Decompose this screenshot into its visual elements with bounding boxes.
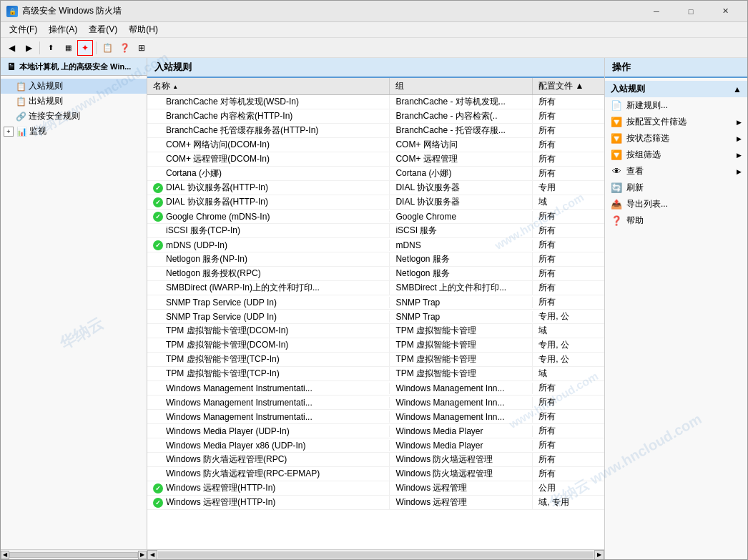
- center-panel: 入站规则 名称 ▲ 组 配置文件 ▲ BranchCache 对等机发现(WSD…: [147, 58, 604, 559]
- action-label-refresh: 刷新: [626, 182, 644, 194]
- action-icon-export: 📤: [611, 199, 622, 210]
- table-row[interactable]: COM+ 网络访问(DCOM-In)COM+ 网络访问所有: [147, 138, 604, 152]
- minimize-button[interactable]: ─: [640, 1, 673, 22]
- cell-rule-profile: 所有: [533, 138, 604, 152]
- action-item-filter-by-group[interactable]: 🔽按组筛选 ▶: [605, 147, 747, 163]
- menu-help[interactable]: 帮助(H): [123, 22, 164, 37]
- help-toolbar-button[interactable]: ❓: [117, 40, 132, 56]
- sidebar: 🖥 本地计算机 上的高级安全 Win... 📋 入站规则 📋 出站规则 🔗: [1, 58, 147, 559]
- rule-name-text: BranchCache 对等机发现(WSD-In): [166, 96, 299, 108]
- table-row[interactable]: ✓DIAL 协议服务器(HTTP-In)DIAL 协议服务器域: [147, 195, 604, 210]
- col-header-profile[interactable]: 配置文件 ▲: [533, 78, 604, 94]
- menu-file[interactable]: 文件(F): [4, 22, 43, 37]
- action-item-view[interactable]: 👁查看 ▶: [605, 163, 747, 180]
- panel-header: 入站规则: [147, 58, 604, 78]
- rule-name-text: iSCSI 服务(TCP-In): [166, 225, 240, 237]
- table-row[interactable]: SNMP Trap Service (UDP In)SNMP Trap所有: [147, 295, 604, 310]
- action-label-help: 帮助: [626, 215, 644, 227]
- action-item-new-rule[interactable]: 📄新建规则...: [605, 97, 747, 114]
- action-item-filter-by-profile[interactable]: 🔽按配置文件筛选 ▶: [605, 114, 747, 130]
- disabled-icon: [153, 412, 163, 422]
- disabled-icon: [153, 126, 163, 136]
- table-row[interactable]: TPM 虚拟智能卡管理(TCP-In)TPM 虚拟智能卡管理专用, 公: [147, 353, 604, 367]
- show-hide-button[interactable]: ▦: [60, 40, 76, 56]
- table-row[interactable]: ✓DIAL 协议服务器(HTTP-In)DIAL 协议服务器专用: [147, 181, 604, 195]
- sidebar-item-outbound[interactable]: 📋 出站规则: [1, 94, 147, 109]
- cell-rule-group: mDNS: [390, 240, 533, 251]
- disabled-icon: [153, 255, 163, 265]
- table-row[interactable]: TPM 虚拟智能卡管理(DCOM-In)TPM 虚拟智能卡管理域: [147, 324, 604, 338]
- table-row[interactable]: BranchCache 托管缓存服务器(HTTP-In)BranchCache …: [147, 124, 604, 138]
- table-row[interactable]: BranchCache 对等机发现(WSD-In)BranchCache - 对…: [147, 95, 604, 109]
- action-section-inbound[interactable]: 入站规则 ▲: [605, 81, 747, 97]
- menu-action[interactable]: 操作(A): [43, 22, 83, 37]
- table-row[interactable]: Windows Management Instrumentati...Windo…: [147, 410, 604, 424]
- table-row[interactable]: Netlogon 服务(NP-In)Netlogon 服务所有: [147, 252, 604, 267]
- table-row[interactable]: Windows Media Player x86 (UDP-In)Windows…: [147, 438, 604, 453]
- table-row[interactable]: iSCSI 服务(TCP-In)iSCSI 服务所有: [147, 224, 604, 238]
- cell-rule-name: Windows Management Instrumentati...: [147, 383, 390, 394]
- sidebar-item-inbound[interactable]: 📋 入站规则: [1, 79, 147, 94]
- col-header-group[interactable]: 组: [390, 78, 533, 94]
- forward-button[interactable]: ▶: [21, 40, 36, 56]
- close-button[interactable]: ✕: [709, 1, 742, 22]
- action-item-refresh[interactable]: 🔄刷新: [605, 180, 747, 196]
- center-scroll-track[interactable]: [158, 551, 594, 559]
- action-item-filter-by-state[interactable]: 🔽按状态筛选 ▶: [605, 130, 747, 147]
- sidebar-scroll-left[interactable]: ◀: [1, 551, 9, 559]
- cell-rule-name: COM+ 远程管理(DCOM-In): [147, 152, 390, 166]
- properties-button[interactable]: 📋: [99, 40, 115, 56]
- table-row[interactable]: Windows Management Instrumentati...Windo…: [147, 381, 604, 396]
- table-row[interactable]: Netlogon 服务授权(RPC)Netlogon 服务所有: [147, 267, 604, 281]
- menu-view[interactable]: 查看(V): [83, 22, 123, 37]
- table-row[interactable]: Windows Management Instrumentati...Windo…: [147, 396, 604, 410]
- table-row[interactable]: ✓Windows 远程管理(HTTP-In)Windows 远程管理公用: [147, 481, 604, 496]
- action-icon-filter-by-profile: 🔽: [611, 117, 622, 128]
- table-row[interactable]: Windows Media Player (UDP-In)Windows Med…: [147, 424, 604, 438]
- action-icon-refresh: 🔄: [611, 182, 622, 194]
- sidebar-tree: 📋 入站规则 📋 出站规则 🔗 连接安全规则 + 📊 监视: [1, 76, 147, 549]
- table-row[interactable]: Cortana (小娜)Cortana (小娜)所有: [147, 167, 604, 181]
- cell-rule-group: DIAL 协议服务器: [390, 181, 533, 195]
- enabled-icon: ✓: [153, 498, 163, 508]
- table-row[interactable]: COM+ 远程管理(DCOM-In)COM+ 远程管理所有: [147, 152, 604, 167]
- col-header-name[interactable]: 名称 ▲: [147, 78, 390, 94]
- action-item-help[interactable]: ❓帮助: [605, 212, 747, 229]
- table-row[interactable]: TPM 虚拟智能卡管理(DCOM-In)TPM 虚拟智能卡管理专用, 公: [147, 338, 604, 353]
- sidebar-scroll-right[interactable]: ▶: [138, 551, 147, 559]
- up-button[interactable]: ⬆: [43, 40, 59, 56]
- table-row[interactable]: BranchCache 内容检索(HTTP-In)BranchCache - 内…: [147, 109, 604, 124]
- sidebar-item-connection[interactable]: 🔗 连接安全规则: [1, 109, 147, 124]
- table-row[interactable]: Windows 防火墙远程管理(RPC)Windows 防火墙远程管理所有: [147, 453, 604, 467]
- table-row[interactable]: Windows 防火墙远程管理(RPC-EPMAP)Windows 防火墙远程管…: [147, 467, 604, 481]
- new-rule-toolbar-button[interactable]: ✦: [77, 40, 93, 56]
- cell-rule-name: ✓DIAL 协议服务器(HTTP-In): [147, 181, 390, 195]
- cell-rule-group: BranchCache - 托管缓存服...: [390, 124, 533, 137]
- maximize-button[interactable]: □: [674, 1, 707, 22]
- table-row[interactable]: ✓Windows 远程管理(HTTP-In)Windows 远程管理域, 专用: [147, 496, 604, 510]
- cell-rule-name: Windows 防火墙远程管理(RPC-EPMAP): [147, 467, 390, 481]
- action-section-label: 入站规则: [611, 83, 645, 95]
- table-row[interactable]: ✓Google Chrome (mDNS-In)Google Chrome所有: [147, 210, 604, 224]
- table-row[interactable]: SMBDirect (iWARP-In)上的文件和打印...SMBDirect …: [147, 281, 604, 295]
- table-row[interactable]: SNMP Trap Service (UDP In)SNMP Trap专用, 公: [147, 310, 604, 324]
- center-scroll-right[interactable]: ▶: [594, 550, 604, 560]
- window-title: 高级安全 Windows 防火墙: [22, 5, 122, 17]
- cell-rule-group: COM+ 远程管理: [390, 152, 533, 166]
- center-scroll-left[interactable]: ◀: [147, 550, 157, 560]
- monitor-expand[interactable]: +: [4, 127, 14, 137]
- table-row[interactable]: TPM 虚拟智能卡管理(TCP-In)TPM 虚拟智能卡管理域: [147, 367, 604, 381]
- extra-button[interactable]: ⊞: [134, 40, 149, 56]
- rule-name-text: Netlogon 服务(NP-In): [166, 253, 247, 265]
- action-label-filter-by-group: 按组筛选: [626, 149, 661, 161]
- cell-rule-group: Google Chrome: [390, 211, 533, 222]
- cell-rule-group: Windows Management Inn...: [390, 411, 533, 423]
- toolbar: ◀ ▶ ⬆ ▦ ✦ 📋 ❓ ⊞: [1, 38, 747, 58]
- sidebar-item-monitor[interactable]: + 📊 监视: [1, 124, 147, 139]
- cell-rule-group: Netlogon 服务: [390, 267, 533, 280]
- sidebar-scroll-track[interactable]: [9, 552, 138, 558]
- table-row[interactable]: ✓mDNS (UDP-In)mDNS所有: [147, 238, 604, 252]
- action-item-export[interactable]: 📤导出列表...: [605, 196, 747, 212]
- cell-rule-profile: 所有: [533, 252, 604, 266]
- back-button[interactable]: ◀: [4, 40, 19, 56]
